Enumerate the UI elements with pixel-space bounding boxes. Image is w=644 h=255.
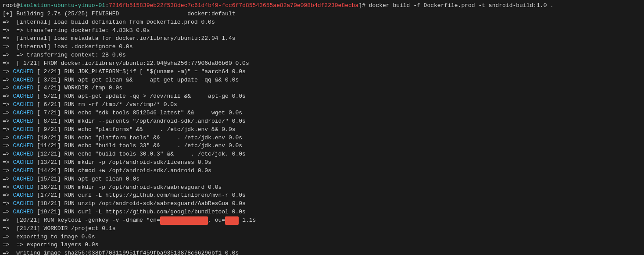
arrow-icon: => [3,76,13,85]
output-line: => CACHED [15/21] RUN apt-get clean 0.0s [0,175,644,184]
arrow-icon: => [3,126,13,134]
arrow-icon: => [3,225,13,233]
prompt-at: @ [16,2,20,10]
arrow-icon: => [3,200,13,208]
time-label: 0.0s [222,249,239,255]
cached-label: CACHED [13,150,33,159]
line-content: [ 7/21] RUN echo "sdk tools 8512546_late… [33,109,225,117]
output-line: => exporting to image 0.0s [0,233,644,241]
output-line: => [21/21] WORKDIR /project 0.1s [0,225,644,233]
time-label: 0.0s [229,150,246,159]
output-line: => [ 1/21] FROM docker.io/library/ubuntu… [0,60,644,68]
arrow-icon: => [3,233,13,241]
line-content: [10/21] RUN echo "platform tools" && . /… [33,134,225,142]
time-label: 0.0s [218,126,236,134]
cached-label: CACHED [13,92,33,101]
output-line: => [internal] load metadata for docker.i… [0,35,644,43]
line-content: => transferring dockerfile: 4.83kB [13,27,132,35]
prompt-port: 7216fb515839eb22f538dec7c61d4b49-fcc6f7d… [109,2,359,10]
cached-label: CACHED [13,76,33,85]
output-line: => CACHED [ 9/21] RUN echo "platforms" &… [0,126,644,134]
arrow-icon: => [3,241,13,249]
arrow-icon: => [3,134,13,142]
cached-label: CACHED [13,200,33,208]
arrow-icon: => [3,184,13,192]
line-content: [ 5/21] RUN apt-get update -qq > /dev/nu… [33,92,229,101]
time-label: 0.0s [229,92,246,101]
output-line: => CACHED [ 3/21] RUN apt-get clean && a… [0,76,644,85]
cached-label: CACHED [13,184,33,192]
cached-label: CACHED [13,84,33,92]
prompt-host: isolation-ubuntu-yinuo-01 [20,2,105,10]
arrow-icon: => [3,51,13,60]
line-content: => exporting layers [13,241,81,249]
arrow-icon: => [3,117,13,126]
line-content: [internal] load build definition from Do… [13,18,197,27]
building-text: [+] Building 2.7s (25/25) FINISHED docke… [3,10,236,18]
time-label: 0.0s [198,18,215,27]
output-line: => => transferring context: 2B 0.0s [0,51,644,60]
cached-label: CACHED [13,109,33,117]
output-line: => writing image sha256:038bf703119951ff… [0,249,644,255]
line-content: [12/21] RUN echo "build tools 30.0.3" &&… [33,150,229,159]
line-content: [internal] load metadata for docker.io/l… [13,35,218,43]
time-label: 0.0s [105,84,122,92]
line-content: [ 9/21] RUN echo "platforms" && . /etc/j… [33,126,218,134]
cached-label: CACHED [13,167,33,175]
arrow-icon: => [3,208,13,216]
output-line: => [internal] load build definition from… [0,18,644,27]
time-label: 0.1s [98,225,115,233]
time-label: 0.0s [194,159,211,167]
cached-label: CACHED [13,101,33,109]
output-line: => => exporting layers 0.0s [0,241,644,249]
prompt-colon: : [105,2,109,10]
line-content: [13/21] RUN mkdir -p /opt/android-sdk/li… [33,159,194,167]
arrow-icon: => [3,150,13,159]
line-content: [15/21] RUN apt-get clean [33,175,122,184]
output-line: => CACHED [ 2/21] RUN JDK_PLATFORM=$(if … [0,68,644,76]
line-content: exporting to image [13,233,78,241]
arrow-icon: => [3,191,13,200]
time-label: 0.0s [78,233,95,241]
output-line: => CACHED [ 6/21] RUN rm -rf /tmp/* /var… [0,101,644,109]
arrow-icon: => [3,35,13,43]
arrow-icon: => [3,92,13,101]
output-line: => CACHED [ 7/21] RUN echo "sdk tools 85… [0,109,644,117]
output-line: => CACHED [13/21] RUN mkdir -p /opt/andr… [0,159,644,167]
terminal-window: root@isolation-ubuntu-yinuo-01:7216fb515… [0,0,644,255]
arrow-icon: => [3,101,13,109]
arrow-icon: => [3,84,13,92]
line-content: [11/21] RUN echo "build tools 33" && . /… [33,142,225,150]
building-header-line: [+] Building 2.7s (25/25) FINISHED docke… [0,10,644,18]
arrow-icon: => [3,68,13,76]
output-line: => [internal] load .dockerignore 0.0s [0,43,644,51]
prompt-cmd: docker build -f Dockerfile.prod -t andro… [365,2,554,10]
arrow-icon: => [3,43,13,51]
cached-label: CACHED [13,208,33,216]
line-content: [ 1/21] FROM docker.io/library/ubuntu:22… [13,60,232,68]
time-label: 1.1s [239,216,256,225]
cached-label: CACHED [13,117,33,126]
arrow-icon: => [3,60,13,68]
time-label: 0.0s [229,191,246,200]
arrow-icon: => [3,109,13,117]
output-line: => CACHED [19/21] RUN curl -L https://gi… [0,208,644,216]
time-label: 0.0s [132,27,150,35]
time-label: 0.0s [122,175,140,184]
arrow-icon: => [3,18,13,27]
output-line: => CACHED [ 5/21] RUN apt-get update -qq… [0,92,644,101]
time-label: 0.0s [229,117,246,126]
line-content: [internal] load .dockerignore [13,43,115,51]
line-content: [ 6/21] RUN rm -rf /tmp/* /var/tmp/* [33,101,160,109]
time-label: 0.0s [115,43,132,51]
output-line: => CACHED [11/21] RUN echo "build tools … [0,142,644,150]
time-label: 0.0s [229,208,246,216]
time-label: 0.0s [232,60,249,68]
line-content: [18/21] RUN unzip /opt/android-sdk/aabre… [33,200,229,208]
time-label: 0.0s [225,109,242,117]
line-content: [ 2/21] RUN JDK_PLATFORM=$(if [ "$(uname… [33,68,229,76]
arrow-icon: => [3,175,13,184]
cached-label: CACHED [13,159,33,167]
arrow-icon: => [3,249,13,255]
line-content: [ 3/21] RUN apt-get clean && apt-get upd… [33,76,222,85]
